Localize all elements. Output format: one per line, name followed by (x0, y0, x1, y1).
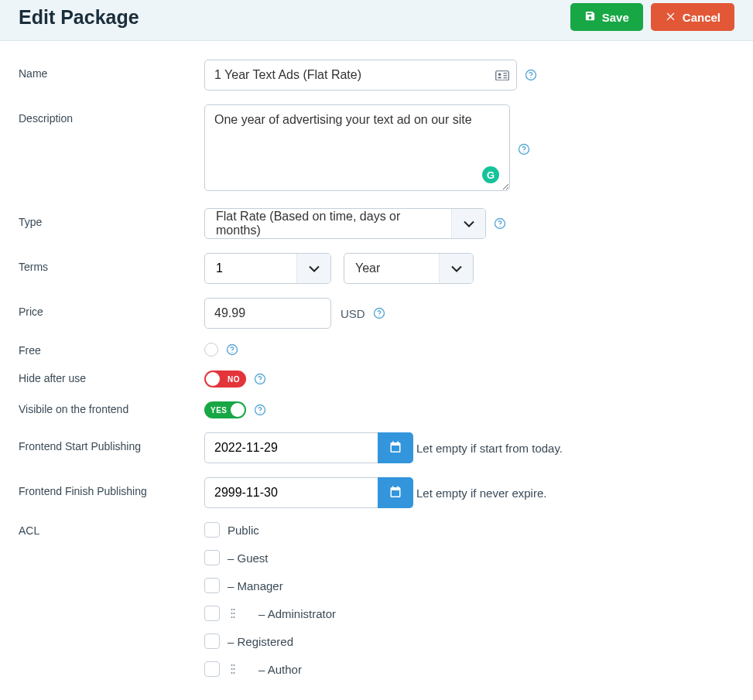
svg-point-22 (234, 613, 235, 614)
form-area: Name Description G Type (0, 41, 753, 700)
label-hide-after-use: Hide after use (19, 370, 204, 384)
acl-checkbox-guest[interactable] (204, 550, 220, 565)
acl-label: – Administrator (258, 607, 336, 620)
svg-point-1 (498, 73, 501, 75)
terms-unit-select[interactable]: Year (344, 253, 474, 284)
visible-frontend-toggle[interactable]: YES (204, 401, 246, 418)
drag-handle-icon[interactable] (231, 664, 235, 674)
price-input[interactable] (204, 298, 331, 329)
toggle-yes-label: YES (210, 406, 228, 415)
svg-point-8 (523, 152, 524, 152)
id-card-icon (495, 70, 509, 80)
toggle-knob (206, 372, 220, 386)
svg-point-6 (530, 77, 531, 78)
svg-point-23 (231, 616, 233, 618)
page-header: Edit Package Save Cancel (0, 0, 753, 41)
row-type: Type Flat Rate (Based on time, days or m… (19, 208, 734, 239)
label-frontend-finish: Frontend Finish Publishing (19, 477, 204, 497)
acl-label: – Guest (228, 551, 269, 565)
acl-checkbox-registered[interactable] (204, 633, 220, 649)
acl-item: – Manager (204, 578, 336, 593)
cancel-label: Cancel (683, 11, 720, 24)
svg-point-19 (231, 609, 233, 610)
terms-quantity-input[interactable] (216, 261, 286, 275)
terms-unit-value: Year (344, 254, 439, 283)
chevron-down-icon (451, 209, 485, 238)
frontend-finish-datepicker-button[interactable] (378, 477, 413, 508)
hide-after-use-toggle[interactable]: NO (204, 370, 246, 388)
svg-point-10 (499, 226, 500, 227)
acl-checkbox-administrator[interactable] (204, 606, 220, 621)
acl-list: Public – Guest – Manager – Administrator (204, 522, 336, 677)
help-icon[interactable] (518, 143, 530, 155)
row-frontend-finish: Frontend Finish Publishing Let empty if … (19, 477, 734, 508)
help-icon[interactable] (254, 373, 266, 385)
acl-item: – Registered (204, 633, 336, 649)
help-icon[interactable] (254, 404, 266, 416)
svg-point-16 (259, 381, 260, 382)
acl-item: – Author (204, 661, 336, 677)
row-price: Price USD (19, 298, 734, 329)
name-input-wrap (204, 60, 517, 90)
acl-item: – Administrator (204, 606, 336, 621)
row-description: Description G (19, 104, 734, 194)
row-frontend-start: Frontend Start Publishing Let empty if s… (19, 432, 734, 463)
svg-point-27 (231, 668, 233, 670)
acl-label: – Manager (228, 579, 283, 592)
grammarly-icon: G (482, 166, 499, 183)
description-wrap: G (204, 104, 510, 194)
svg-point-24 (234, 616, 235, 618)
svg-point-12 (378, 316, 379, 316)
frontend-start-input[interactable] (204, 432, 378, 463)
acl-checkbox-manager[interactable] (204, 578, 220, 593)
label-description: Description (19, 104, 204, 125)
help-icon[interactable] (494, 217, 506, 230)
acl-checkbox-public[interactable] (204, 522, 220, 538)
frontend-finish-hint: Let empty if never expire. (416, 487, 546, 500)
save-label: Save (602, 11, 629, 24)
svg-point-26 (234, 664, 235, 666)
close-icon (665, 10, 676, 24)
label-frontend-start: Frontend Start Publishing (19, 432, 204, 452)
label-price: Price (19, 298, 204, 318)
label-terms: Terms (19, 253, 204, 273)
row-acl: ACL Public – Guest – Manager (19, 522, 734, 677)
name-input[interactable] (204, 60, 517, 90)
calendar-icon (389, 486, 402, 500)
drag-handle-icon[interactable] (231, 608, 235, 619)
cancel-button[interactable]: Cancel (651, 3, 734, 31)
type-select[interactable]: Flat Rate (Based on time, days or months… (204, 208, 486, 239)
label-visible-frontend: Visibile on the frontend (19, 401, 204, 415)
frontend-start-datepicker-button[interactable] (378, 432, 413, 463)
help-icon[interactable] (525, 69, 537, 81)
free-radio[interactable] (204, 343, 218, 357)
label-type: Type (19, 208, 204, 228)
svg-point-30 (234, 672, 235, 674)
frontend-start-hint: Let empty if start from today. (416, 442, 563, 455)
toggle-knob (231, 403, 245, 417)
acl-label: – Registered (228, 635, 293, 648)
chevron-down-icon (296, 254, 330, 283)
toggle-no-label: NO (228, 375, 240, 384)
frontend-finish-input[interactable] (204, 477, 378, 508)
acl-item: – Guest (204, 550, 336, 565)
label-free: Free (19, 343, 204, 357)
calendar-icon (389, 441, 402, 456)
description-textarea[interactable] (204, 104, 510, 191)
acl-checkbox-author[interactable] (204, 661, 220, 677)
svg-point-21 (231, 613, 233, 614)
row-terms: Terms Year (19, 253, 734, 284)
save-icon (584, 10, 596, 24)
svg-point-28 (234, 668, 235, 670)
label-name: Name (19, 60, 204, 80)
type-select-value: Flat Rate (Based on time, days or months… (205, 209, 451, 238)
help-icon[interactable] (226, 343, 238, 356)
row-free: Free (19, 343, 734, 357)
svg-point-20 (234, 609, 235, 610)
acl-item: Public (204, 522, 336, 538)
terms-quantity[interactable] (204, 253, 331, 284)
currency-label: USD (341, 307, 365, 320)
save-button[interactable]: Save (570, 3, 643, 31)
svg-point-18 (259, 412, 260, 413)
help-icon[interactable] (373, 307, 385, 319)
